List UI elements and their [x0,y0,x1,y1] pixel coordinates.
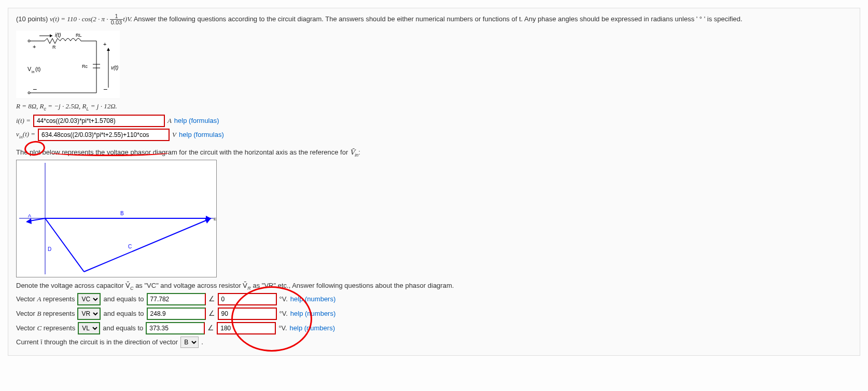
vec-c-angle[interactable] [217,322,276,334]
it-input[interactable] [33,115,165,127]
angle-icon: ∠ [208,295,215,303]
svg-marker-30 [26,218,32,224]
vec-b-label: Vector B represents [16,310,75,318]
svg-text:RL: RL [76,33,82,38]
plot-text-2: : [358,148,360,156]
vector-a-row: Vector A represents VC and equals to ∠ °… [16,293,852,305]
vec-b-eq: and equals to [103,310,144,317]
problem-header: (10 points) v(t) = 110 · cos(2 · π · 10.… [16,13,852,25]
svg-point-0 [28,40,30,42]
vec-a-mag[interactable] [147,293,206,305]
instructions-text: Answer the following questions according… [134,15,743,23]
vector-c-row: Vector C represents VL and equals to ∠ °… [16,322,852,334]
it-row: i(t) = A help (formulas) [16,115,852,127]
vec-b-unit: °V. [279,310,288,317]
params-1: R = 8Ω, R [16,102,44,110]
params-3: = j · 12Ω. [89,102,117,110]
vec-a-unit: °V. [279,295,288,303]
parameters-line: R = 8Ω, Rc = −j · 2.5Ω, RL = j · 12Ω. [16,102,852,111]
vec-b-angle[interactable] [218,308,277,320]
vec-a-select[interactable]: VC [77,293,101,305]
circuit-diagram: i(t) RL R Rc + − V in (t) + [16,31,120,98]
vec-b-mag[interactable] [147,308,206,320]
vin-row: vin(t) = V help (formulas) [16,129,852,141]
svg-text:−: − [33,85,37,93]
vec-a-angle[interactable] [218,293,277,305]
phasor-plot: B E A D C [16,160,217,277]
vec-a-eq: and equals to [103,295,144,303]
svg-text:A: A [28,213,31,218]
frac-den: 0.03 [110,20,123,25]
angle-icon: ∠ [208,309,215,318]
vector-b-row: Vector B represents VR and equals to ∠ °… [16,308,852,320]
svg-text:i(t): i(t) [55,32,61,38]
current-select[interactable]: B [180,337,199,348]
svg-text:in: in [32,70,35,74]
svg-text:C: C [128,244,132,249]
plot-vin-sym: V̄ [350,148,355,156]
svg-text:v(t): v(t) [111,65,118,71]
svg-text:+: + [103,41,106,47]
svg-text:R: R [52,45,56,50]
svg-text:−: − [103,85,107,93]
svg-line-32 [45,218,84,272]
svg-text:Rc: Rc [82,64,88,69]
it-help-link[interactable]: help (formulas) [174,117,219,124]
fraction: 10.03 [110,13,123,25]
params-2: = −j · 2.5Ω, R [46,102,87,110]
vin-help-link[interactable]: help (formulas) [179,131,224,138]
svg-text:E: E [214,217,216,221]
plot-intro: The plot below represents the voltage ph… [16,148,852,158]
svg-line-34 [84,218,211,272]
vec-a-label: Vector A represents [16,295,75,303]
vec-b-select[interactable]: VR [77,308,101,320]
vt-expression-suffix: t)V. [123,15,132,23]
it-unit: A [167,117,172,125]
svg-text:B: B [120,211,124,216]
vec-c-unit: °V. [278,324,287,332]
svg-text:D: D [48,246,51,252]
current-row: Current ī through the circuit is in the … [16,337,852,348]
vin-label: vin(t) = [16,130,35,139]
current-label: Current ī through the circuit is in the … [16,338,178,346]
svg-text:V: V [27,66,32,72]
vec-b-help[interactable]: help (numbers) [290,310,335,317]
vec-c-help[interactable]: help (numbers) [290,324,335,332]
vec-a-help[interactable]: help (numbers) [290,295,335,303]
vt-expression-prefix: v(t) = 110 · cos(2 · π · [50,15,110,23]
svg-text:(t): (t) [35,66,40,72]
vec-c-select[interactable]: VL [78,322,100,334]
svg-marker-20 [107,48,110,51]
points-label: (10 points) [16,15,48,23]
denote-line: Denote the voltage across capacitor V̄C … [16,282,852,291]
angle-icon: ∠ [207,324,214,332]
vec-c-eq: and equals to [103,324,143,332]
svg-marker-3 [50,34,52,37]
plot-text-1: The plot below represents the voltage ph… [16,148,350,156]
denote-2: as "VC" and voltage across resistor V̄ [134,282,248,289]
denote-3: as "VR" etc., Answer following questions… [251,282,454,289]
svg-point-12 [28,92,30,94]
vin-unit: V [172,131,176,139]
vec-c-mag[interactable] [146,322,205,334]
svg-text:+: + [33,44,36,50]
current-period: . [201,338,203,346]
vin-input[interactable] [38,129,170,141]
denote-1: Denote the voltage across capacitor V̄ [16,282,130,289]
vec-c-label: Vector C represents [16,324,75,332]
it-label: i(t) = [16,117,31,125]
problem-container: (10 points) v(t) = 110 · cos(2 · π · 10.… [8,8,860,356]
